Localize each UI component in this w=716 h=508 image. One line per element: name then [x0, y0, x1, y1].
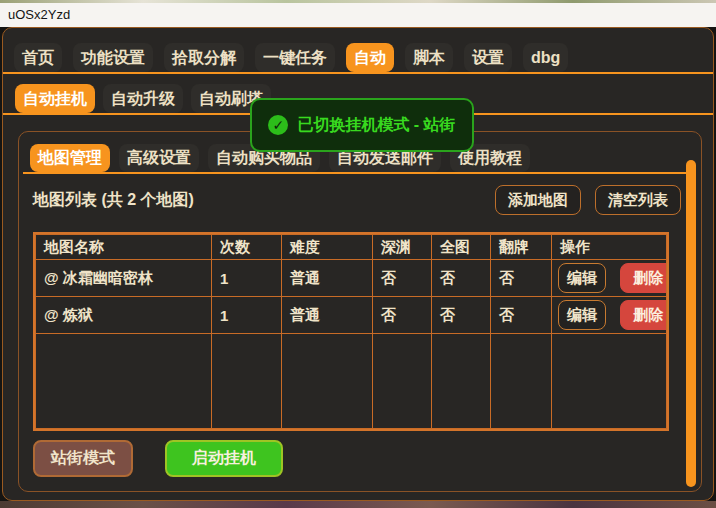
main-nav-tabs: 首页 功能设置 拾取分解 一键任务 自动 脚本 设置 dbg — [14, 43, 568, 72]
inner-nav-underline — [23, 172, 689, 174]
nav-underline — [3, 72, 714, 74]
clear-list-button[interactable]: 清空列表 — [595, 185, 681, 215]
cell-count: 1 — [212, 297, 282, 334]
auto-sub-tabs: 自动挂机 自动升级 自动刷塔 — [15, 84, 271, 113]
delete-button[interactable]: 删除 — [620, 300, 666, 330]
cell-map-name: @ 炼狱 — [36, 297, 212, 334]
cell-difficulty: 普通 — [282, 297, 373, 334]
cell-full-map: 否 — [432, 297, 491, 334]
cell-flip: 否 — [491, 297, 552, 334]
toast-message: 已切换挂机模式 - 站街 — [297, 115, 455, 136]
afk-content-panel: 地图管理 高级设置 自动购买物品 自动发送邮件 使用教程 地图列表 (共 2 个… — [18, 131, 702, 492]
edit-button[interactable]: 编辑 — [558, 300, 606, 330]
cell-abyss: 否 — [373, 260, 432, 297]
map-list-title: 地图列表 (共 2 个地图) — [33, 190, 495, 211]
tab-advanced-settings[interactable]: 高级设置 — [119, 144, 199, 172]
tab-function-settings[interactable]: 功能设置 — [73, 43, 153, 72]
tab-auto[interactable]: 自动 — [346, 43, 394, 72]
tab-pickup-decompose[interactable]: 拾取分解 — [164, 43, 244, 72]
check-circle-icon: ✓ — [268, 115, 288, 135]
start-afk-button[interactable]: 启动挂机 — [165, 440, 283, 477]
tab-home[interactable]: 首页 — [14, 43, 62, 72]
desktop-background-bottom — [0, 501, 716, 508]
vertical-scrollbar-thumb[interactable] — [686, 160, 696, 487]
edit-button[interactable]: 编辑 — [558, 263, 606, 293]
toast-notification: ✓ 已切换挂机模式 - 站街 — [250, 98, 474, 152]
tab-dbg[interactable]: dbg — [523, 43, 568, 72]
col-full-map: 全图 — [432, 235, 491, 260]
table-empty-area — [36, 334, 667, 429]
tab-one-key-tasks[interactable]: 一键任务 — [255, 43, 335, 72]
tab-auto-afk[interactable]: 自动挂机 — [15, 84, 95, 113]
street-mode-button[interactable]: 站街模式 — [33, 440, 133, 477]
cell-map-name: @ 冰霜幽暗密林 — [36, 260, 212, 297]
delete-button[interactable]: 删除 — [620, 263, 666, 293]
cell-difficulty: 普通 — [282, 260, 373, 297]
cell-count: 1 — [212, 260, 282, 297]
col-count: 次数 — [212, 235, 282, 260]
col-flip: 翻牌 — [491, 235, 552, 260]
tab-auto-levelup[interactable]: 自动升级 — [103, 84, 183, 113]
col-map-name: 地图名称 — [36, 235, 212, 260]
tab-script[interactable]: 脚本 — [405, 43, 453, 72]
tab-map-management[interactable]: 地图管理 — [30, 144, 110, 172]
table-row: @ 冰霜幽暗密林 1 普通 否 否 否 编辑 删除 — [36, 260, 667, 297]
cell-actions: 编辑 删除 — [552, 297, 667, 334]
table-row: @ 炼狱 1 普通 否 否 否 编辑 删除 — [36, 297, 667, 334]
col-actions: 操作 — [552, 235, 667, 260]
table-header-row: 地图名称 次数 难度 深渊 全图 翻牌 操作 — [36, 235, 667, 260]
add-map-button[interactable]: 添加地图 — [495, 185, 581, 215]
window-title: uOSx2Yzd — [8, 7, 70, 22]
cell-full-map: 否 — [432, 260, 491, 297]
cell-flip: 否 — [491, 260, 552, 297]
window-titlebar[interactable]: uOSx2Yzd — [0, 3, 716, 27]
cell-abyss: 否 — [373, 297, 432, 334]
map-list-header: 地图列表 (共 2 个地图) 添加地图 清空列表 — [33, 185, 681, 215]
tab-settings[interactable]: 设置 — [464, 43, 512, 72]
map-table: 地图名称 次数 难度 深渊 全图 翻牌 操作 @ 冰霜幽暗密林 1 普通 否 — [33, 232, 669, 431]
cell-actions: 编辑 删除 — [552, 260, 667, 297]
col-difficulty: 难度 — [282, 235, 373, 260]
col-abyss: 深渊 — [373, 235, 432, 260]
